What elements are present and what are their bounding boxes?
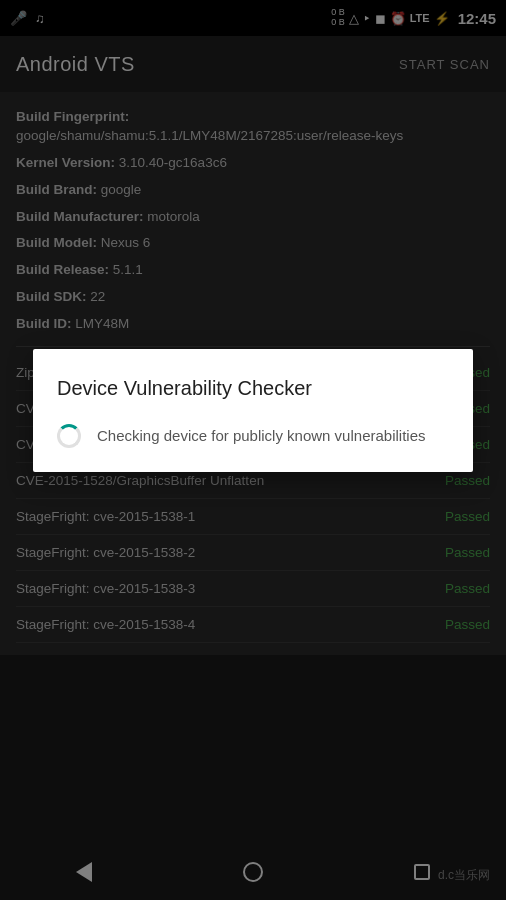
dialog-title: Device Vulnerability Checker [57,377,449,400]
loading-spinner [57,424,81,448]
vulnerability-checker-dialog: Device Vulnerability Checker Checking de… [33,349,473,472]
dialog-message: Checking device for publicly known vulne… [97,425,426,446]
dialog-body: Checking device for publicly known vulne… [57,424,449,448]
dialog-overlay: Device Vulnerability Checker Checking de… [0,0,506,900]
